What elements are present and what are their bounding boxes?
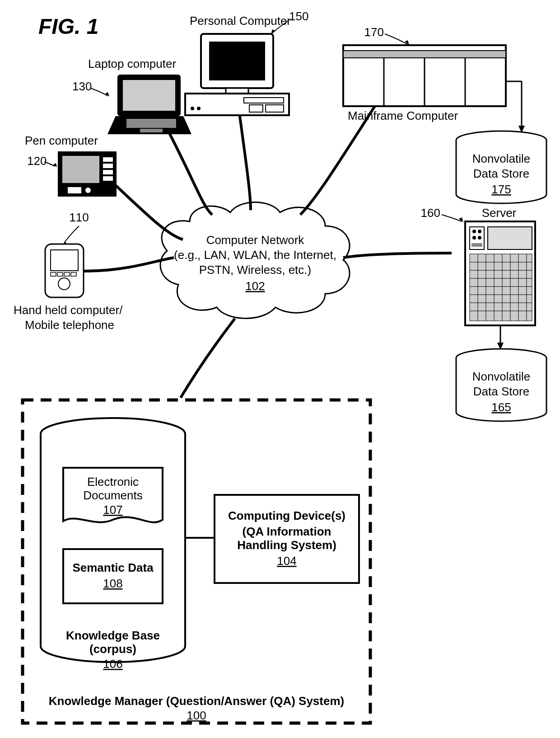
svg-rect-1 [51, 250, 78, 271]
pc-icon [185, 34, 289, 115]
edocs-ref: 107 [103, 503, 122, 517]
edocs-box: Electronic Documents 107 [63, 468, 163, 522]
mainframe-icon [343, 45, 506, 106]
kb-ref: 106 [103, 657, 122, 671]
knowledge-manager: Knowledge Manager (Question/Answer (QA) … [23, 400, 370, 723]
svg-rect-18 [140, 129, 163, 132]
svg-point-27 [197, 107, 201, 110]
mainframe-ref: 170 [364, 25, 384, 39]
handheld-icon [45, 244, 84, 297]
svg-point-39 [472, 230, 476, 233]
svg-rect-9 [103, 157, 113, 162]
pc-ref: 150 [289, 9, 308, 23]
svg-rect-8 [62, 156, 99, 183]
ds-lower-ref: 165 [491, 400, 511, 414]
knowledge-base: Knowledge Base (corpus) 106 Electronic D… [41, 418, 185, 671]
ds-lower-l2: Data Store [473, 385, 529, 398]
svg-rect-13 [68, 187, 81, 193]
cloud-network: Computer Network (e.g., LAN, WLAN, the I… [160, 202, 350, 319]
pen-icon [58, 151, 117, 197]
svg-rect-17 [126, 119, 176, 128]
computing-device-box: Computing Device(s) (QA Information Hand… [215, 495, 359, 583]
datastore-upper: Nonvolatile Data Store 175 [456, 131, 546, 203]
svg-point-26 [191, 107, 194, 110]
svg-rect-29 [343, 51, 506, 58]
ds-upper-ref: 175 [491, 183, 511, 196]
pen-ref: 120 [27, 154, 47, 168]
handheld-label-2: Mobile telephone [25, 318, 114, 332]
pc-label: Personal Computer [190, 14, 291, 28]
svg-rect-43 [471, 243, 482, 247]
cd-ref: 104 [277, 554, 296, 568]
semantic-box: Semantic Data 108 [63, 549, 163, 603]
server-icon [465, 221, 535, 325]
svg-point-41 [472, 236, 476, 240]
svg-point-2 [58, 278, 70, 290]
svg-rect-16 [123, 80, 175, 111]
svg-rect-24 [249, 105, 263, 112]
ds-upper-l2: Data Store [473, 167, 529, 180]
ds-upper-l1: Nonvolatile [472, 152, 531, 165]
mainframe-label: Mainframe Computer [348, 109, 458, 122]
cd-l3: Handling System) [237, 538, 336, 552]
svg-rect-4 [57, 273, 63, 276]
svg-point-14 [85, 188, 91, 193]
cloud-line2: (e.g., LAN, WLAN, the Internet, [174, 248, 336, 262]
pen-label: Pen computer [25, 134, 98, 147]
km-title: Knowledge Manager (Question/Answer (QA) … [49, 694, 344, 708]
cloud-ref: 102 [245, 279, 265, 293]
svg-rect-5 [64, 273, 70, 276]
mainframe-node: 170 Mainframe Computer [343, 25, 525, 133]
handheld-ref: 110 [69, 211, 89, 224]
edocs-l1: Electronic [87, 475, 139, 489]
pen-node: Pen computer 120 [25, 134, 117, 197]
server-label: Server [482, 206, 517, 220]
kb-title-1: Knowledge Base [66, 629, 160, 642]
svg-rect-44 [488, 227, 532, 249]
server-node: 160 Server [421, 206, 535, 350]
svg-rect-6 [71, 273, 76, 276]
cloud-line1: Computer Network [206, 233, 305, 247]
diagram-canvas: FIG. 1 Computer Network (e.g., LAN, WLAN… [0, 0, 560, 738]
laptop-icon [107, 75, 191, 134]
edocs-l2: Documents [83, 489, 143, 502]
km-ref: 100 [187, 709, 206, 722]
svg-point-40 [478, 230, 481, 233]
server-ref: 160 [421, 206, 440, 220]
kb-title-2: (corpus) [89, 642, 136, 656]
svg-rect-11 [103, 170, 113, 174]
cd-l2: (QA Information [243, 525, 331, 538]
ds-lower-l1: Nonvolatile [472, 370, 531, 383]
laptop-node: Laptop computer 130 [72, 57, 191, 134]
laptop-label: Laptop computer [88, 57, 176, 71]
svg-rect-65 [63, 549, 163, 603]
figure-label: FIG. 1 [38, 14, 98, 38]
svg-rect-3 [51, 273, 56, 276]
handheld-label-1: Hand held computer/ [14, 303, 123, 317]
svg-rect-10 [103, 164, 113, 168]
cd-l1: Computing Device(s) [228, 509, 345, 522]
laptop-ref: 130 [72, 80, 92, 93]
cloud-line3: PSTN, Wireless, etc.) [199, 263, 311, 277]
semantic-ref: 108 [103, 577, 122, 590]
semantic-l1: Semantic Data [72, 561, 154, 574]
svg-rect-12 [103, 176, 113, 181]
svg-rect-20 [209, 42, 265, 80]
svg-point-42 [478, 236, 481, 240]
pc-node: Personal Computer 150 [185, 9, 308, 115]
datastore-lower: Nonvolatile Data Store 165 [456, 349, 546, 421]
svg-rect-25 [266, 105, 284, 112]
svg-rect-23 [244, 98, 284, 103]
